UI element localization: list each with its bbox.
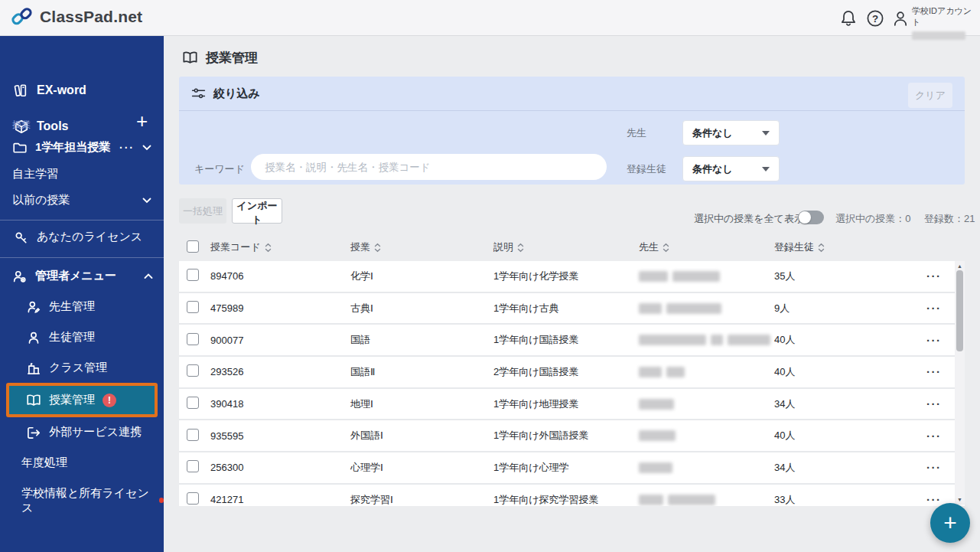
- filter-panel: 絞り込み クリア 先生 条件なし キーワード 登録生徒 条件なし: [179, 77, 965, 185]
- row-menu-button[interactable]: ···: [926, 461, 942, 474]
- scroll-down-arrow-icon[interactable]: ▼: [955, 497, 965, 502]
- open-book-icon: [182, 51, 198, 65]
- account-label: 学校IDアカウント: [912, 5, 980, 28]
- row-checkbox[interactable]: [187, 301, 199, 313]
- teacher-filter-value: 条件なし: [692, 126, 762, 140]
- sort-icon[interactable]: [818, 243, 825, 253]
- row-checkbox[interactable]: [187, 269, 199, 281]
- row-menu-button[interactable]: ···: [926, 334, 942, 347]
- sidebar-item-label: 以前の授業: [12, 193, 135, 207]
- sidebar-item-course-mgmt-selected[interactable]: 授業管理 !: [6, 383, 158, 417]
- keyword-input[interactable]: [251, 154, 607, 180]
- scrollbar-thumb[interactable]: [956, 270, 963, 351]
- account-info[interactable]: 学校IDアカウント: [912, 5, 980, 40]
- sidebar-item-school-info[interactable]: 学校情報と所有ライセンス: [21, 486, 164, 515]
- row-menu-button[interactable]: ···: [926, 269, 942, 283]
- row-menu-button[interactable]: ···: [926, 365, 942, 378]
- row-checkbox[interactable]: [187, 397, 199, 409]
- row-menu-button[interactable]: ···: [926, 493, 942, 506]
- sidebar-item-teacher-mgmt[interactable]: 先生管理: [26, 299, 95, 314]
- column-header-course-code[interactable]: 授業コード: [210, 240, 350, 254]
- scroll-up-arrow-icon[interactable]: ▲: [955, 263, 965, 269]
- clear-button[interactable]: クリア: [908, 83, 952, 108]
- sidebar-item-your-license[interactable]: あなたのライセンス: [14, 230, 142, 244]
- external-link-icon: [26, 426, 41, 439]
- key-icon: [14, 230, 29, 244]
- sidebar-item-student-mgmt[interactable]: 生徒管理: [26, 330, 95, 345]
- caret-down-icon: [762, 167, 770, 171]
- chevron-down-icon[interactable]: [142, 145, 151, 151]
- select-all-checkbox[interactable]: [187, 240, 199, 253]
- row-checkbox[interactable]: [187, 460, 199, 472]
- sort-icon[interactable]: [517, 243, 524, 253]
- redaction-block: [639, 367, 662, 377]
- teacher-name-redacted: [639, 399, 774, 410]
- students-filter-select[interactable]: 条件なし: [682, 156, 780, 181]
- sidebar-item-label: 授業管理: [49, 393, 95, 407]
- building-icon: [26, 361, 41, 375]
- course-code: 390418: [210, 398, 350, 410]
- user-icon[interactable]: [891, 9, 910, 28]
- chevron-down-icon[interactable]: [142, 198, 151, 204]
- teacher-name-redacted: [639, 303, 774, 314]
- bulk-action-button[interactable]: 一括処理: [179, 198, 226, 224]
- account-name-redacted: [912, 31, 965, 40]
- course-description: 1学年向け地理授業: [493, 397, 639, 411]
- sidebar-item-previous-courses[interactable]: 以前の授業: [12, 193, 151, 207]
- sidebar-item-self-study[interactable]: 自主学習: [12, 167, 58, 181]
- add-course-fab[interactable]: +: [930, 503, 970, 543]
- show-selected-toggle[interactable]: [798, 211, 824, 224]
- folder-menu-icon[interactable]: ···: [119, 142, 135, 154]
- row-checkbox[interactable]: [187, 492, 199, 505]
- sidebar-item-label: クラス管理: [49, 361, 107, 375]
- sidebar-item-external-service[interactable]: 外部サービス連携: [26, 425, 142, 439]
- sidebar-item-class-mgmt[interactable]: クラス管理: [26, 361, 107, 375]
- course-description: 2学年向け国語授業: [493, 365, 639, 379]
- student-count: 34人: [774, 397, 925, 411]
- row-menu-button[interactable]: ···: [926, 397, 942, 410]
- column-header-students[interactable]: 登録生徒: [774, 240, 925, 254]
- row-menu-button[interactable]: ···: [926, 302, 942, 315]
- students-filter-value: 条件なし: [692, 162, 762, 176]
- row-checkbox[interactable]: [187, 429, 199, 441]
- sidebar-item-course-folder[interactable]: 1学年担当授業 ···: [12, 140, 151, 155]
- chevron-up-icon[interactable]: [144, 273, 153, 279]
- import-button[interactable]: インポート: [232, 198, 282, 224]
- row-checkbox[interactable]: [187, 364, 199, 377]
- course-code: 900077: [210, 335, 350, 346]
- redaction-block: [666, 367, 685, 377]
- column-header-description[interactable]: 説明: [493, 240, 639, 254]
- redaction-block: [666, 303, 721, 314]
- bell-icon[interactable]: [839, 9, 858, 28]
- sidebar-item-year-process[interactable]: 年度処理: [21, 456, 67, 470]
- dictionary-icon: [14, 83, 29, 97]
- section-label-courses: 授業: [12, 119, 31, 132]
- sort-icon[interactable]: [265, 243, 272, 253]
- column-header-teacher[interactable]: 先生: [639, 240, 669, 254]
- help-icon[interactable]: ?: [866, 9, 884, 28]
- course-name: 心理学Ⅰ: [350, 461, 493, 475]
- course-code: 293526: [210, 366, 350, 377]
- add-course-button[interactable]: +: [136, 111, 148, 131]
- total-count-text: 登録数：21: [924, 212, 975, 226]
- students-filter-label: 登録生徒: [627, 162, 666, 176]
- sidebar-item-label: 1学年担当授業: [35, 140, 112, 155]
- sidebar-item-ex-word[interactable]: EX-word: [14, 83, 86, 97]
- column-header-course-name[interactable]: 授業: [350, 240, 493, 254]
- redaction-block: [639, 430, 676, 441]
- table-row: 293526国語Ⅱ2学年向け国語授業40人···: [179, 357, 965, 389]
- sort-icon[interactable]: [374, 243, 381, 253]
- course-name: 古典Ⅰ: [350, 302, 493, 315]
- row-checkbox[interactable]: [187, 333, 199, 345]
- chain-link-icon: [11, 7, 34, 27]
- student-count: 34人: [774, 461, 925, 475]
- teacher-filter-select[interactable]: 条件なし: [682, 120, 780, 145]
- classpad-logo[interactable]: ClassPad.net: [11, 7, 142, 27]
- teacher-name-redacted: [639, 430, 774, 441]
- redaction-block: [639, 303, 662, 314]
- row-menu-button[interactable]: ···: [926, 430, 942, 443]
- table-row: 390418地理Ⅰ1学年向け地理授業34人···: [179, 389, 965, 421]
- table-scrollbar[interactable]: ▲ ▼: [955, 261, 965, 505]
- sort-icon[interactable]: [663, 243, 669, 253]
- sidebar-item-admin-menu[interactable]: 管理者メニュー: [12, 269, 153, 283]
